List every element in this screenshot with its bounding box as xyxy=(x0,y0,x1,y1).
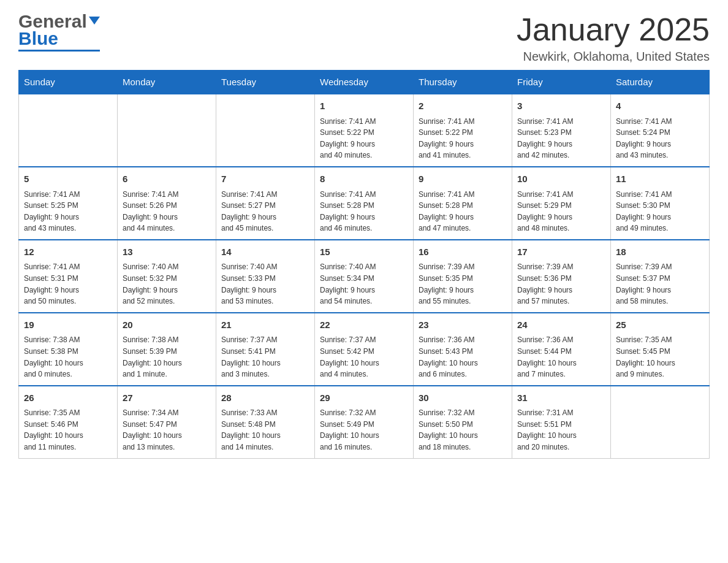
page-header: General Blue January 2025 Newkirk, Oklah… xyxy=(18,12,710,64)
day-info: Sunrise: 7:38 AM Sunset: 5:39 PM Dayligh… xyxy=(123,334,211,380)
day-info: Sunrise: 7:38 AM Sunset: 5:38 PM Dayligh… xyxy=(24,334,112,380)
table-row xyxy=(611,386,710,458)
day-number: 13 xyxy=(123,245,211,259)
day-info: Sunrise: 7:41 AM Sunset: 5:24 PM Dayligh… xyxy=(616,116,704,161)
day-number: 21 xyxy=(221,318,309,332)
day-info: Sunrise: 7:37 AM Sunset: 5:42 PM Dayligh… xyxy=(320,334,408,380)
day-number: 9 xyxy=(419,172,507,186)
table-row xyxy=(19,94,118,167)
day-number: 18 xyxy=(616,245,704,259)
table-row: 8Sunrise: 7:41 AM Sunset: 5:28 PM Daylig… xyxy=(315,167,414,240)
header-monday: Monday xyxy=(118,71,216,94)
day-info: Sunrise: 7:39 AM Sunset: 5:36 PM Dayligh… xyxy=(517,261,605,307)
logo-underline xyxy=(18,50,100,52)
table-row: 23Sunrise: 7:36 AM Sunset: 5:43 PM Dayli… xyxy=(414,313,512,386)
table-row: 13Sunrise: 7:40 AM Sunset: 5:32 PM Dayli… xyxy=(118,240,216,313)
day-number: 3 xyxy=(517,99,605,113)
day-number: 6 xyxy=(123,172,211,186)
table-row: 29Sunrise: 7:32 AM Sunset: 5:49 PM Dayli… xyxy=(315,386,414,458)
day-number: 30 xyxy=(419,391,507,405)
table-row: 14Sunrise: 7:40 AM Sunset: 5:33 PM Dayli… xyxy=(216,240,315,313)
table-row: 31Sunrise: 7:31 AM Sunset: 5:51 PM Dayli… xyxy=(512,386,611,458)
day-info: Sunrise: 7:36 AM Sunset: 5:43 PM Dayligh… xyxy=(419,334,507,380)
table-row: 22Sunrise: 7:37 AM Sunset: 5:42 PM Dayli… xyxy=(315,313,414,386)
table-row: 3Sunrise: 7:41 AM Sunset: 5:23 PM Daylig… xyxy=(512,94,611,167)
table-row: 5Sunrise: 7:41 AM Sunset: 5:25 PM Daylig… xyxy=(19,167,118,240)
day-number: 16 xyxy=(419,245,507,259)
day-info: Sunrise: 7:41 AM Sunset: 5:29 PM Dayligh… xyxy=(517,189,605,234)
day-number: 10 xyxy=(517,172,605,186)
day-number: 20 xyxy=(123,318,211,332)
day-info: Sunrise: 7:33 AM Sunset: 5:48 PM Dayligh… xyxy=(221,407,309,453)
day-number: 27 xyxy=(123,391,211,405)
day-number: 23 xyxy=(419,318,507,332)
table-row: 16Sunrise: 7:39 AM Sunset: 5:35 PM Dayli… xyxy=(414,240,512,313)
header-sunday: Sunday xyxy=(19,71,118,94)
calendar-header-row: Sunday Monday Tuesday Wednesday Thursday… xyxy=(19,71,710,94)
table-row: 1Sunrise: 7:41 AM Sunset: 5:22 PM Daylig… xyxy=(315,94,414,167)
day-info: Sunrise: 7:41 AM Sunset: 5:31 PM Dayligh… xyxy=(24,261,112,307)
day-number: 24 xyxy=(517,318,605,332)
calendar-week-row: 1Sunrise: 7:41 AM Sunset: 5:22 PM Daylig… xyxy=(19,94,710,167)
table-row: 15Sunrise: 7:40 AM Sunset: 5:34 PM Dayli… xyxy=(315,240,414,313)
calendar-week-row: 12Sunrise: 7:41 AM Sunset: 5:31 PM Dayli… xyxy=(19,240,710,313)
table-row xyxy=(118,94,216,167)
day-info: Sunrise: 7:41 AM Sunset: 5:23 PM Dayligh… xyxy=(517,116,605,161)
header-friday: Friday xyxy=(512,71,611,94)
day-number: 17 xyxy=(517,245,605,259)
day-number: 28 xyxy=(221,391,309,405)
day-number: 11 xyxy=(616,172,704,186)
table-row: 4Sunrise: 7:41 AM Sunset: 5:24 PM Daylig… xyxy=(611,94,710,167)
table-row xyxy=(216,94,315,167)
day-number: 1 xyxy=(320,99,408,113)
table-row: 27Sunrise: 7:34 AM Sunset: 5:47 PM Dayli… xyxy=(118,386,216,458)
table-row: 30Sunrise: 7:32 AM Sunset: 5:50 PM Dayli… xyxy=(414,386,512,458)
header-tuesday: Tuesday xyxy=(216,71,315,94)
day-info: Sunrise: 7:41 AM Sunset: 5:28 PM Dayligh… xyxy=(320,189,408,234)
table-row: 18Sunrise: 7:39 AM Sunset: 5:37 PM Dayli… xyxy=(611,240,710,313)
day-info: Sunrise: 7:40 AM Sunset: 5:32 PM Dayligh… xyxy=(123,261,211,307)
day-number: 22 xyxy=(320,318,408,332)
day-number: 31 xyxy=(517,391,605,405)
day-info: Sunrise: 7:39 AM Sunset: 5:37 PM Dayligh… xyxy=(616,261,704,307)
day-number: 4 xyxy=(616,99,704,113)
calendar-title: January 2025 xyxy=(517,12,710,47)
table-row: 21Sunrise: 7:37 AM Sunset: 5:41 PM Dayli… xyxy=(216,313,315,386)
header-saturday: Saturday xyxy=(611,71,710,94)
logo-blue-text: Blue xyxy=(18,29,58,48)
header-thursday: Thursday xyxy=(414,71,512,94)
calendar-subtitle: Newkirk, Oklahoma, United States xyxy=(517,50,710,64)
day-info: Sunrise: 7:35 AM Sunset: 5:46 PM Dayligh… xyxy=(24,407,112,453)
day-info: Sunrise: 7:41 AM Sunset: 5:22 PM Dayligh… xyxy=(419,116,507,161)
day-info: Sunrise: 7:34 AM Sunset: 5:47 PM Dayligh… xyxy=(123,407,211,453)
day-number: 29 xyxy=(320,391,408,405)
day-number: 15 xyxy=(320,245,408,259)
calendar-week-row: 5Sunrise: 7:41 AM Sunset: 5:25 PM Daylig… xyxy=(19,167,710,240)
table-row: 28Sunrise: 7:33 AM Sunset: 5:48 PM Dayli… xyxy=(216,386,315,458)
table-row: 24Sunrise: 7:36 AM Sunset: 5:44 PM Dayli… xyxy=(512,313,611,386)
logo: General Blue xyxy=(18,12,100,52)
day-info: Sunrise: 7:32 AM Sunset: 5:49 PM Dayligh… xyxy=(320,407,408,453)
day-number: 19 xyxy=(24,318,112,332)
calendar-week-row: 19Sunrise: 7:38 AM Sunset: 5:38 PM Dayli… xyxy=(19,313,710,386)
day-number: 8 xyxy=(320,172,408,186)
title-section: January 2025 Newkirk, Oklahoma, United S… xyxy=(517,12,710,64)
day-info: Sunrise: 7:37 AM Sunset: 5:41 PM Dayligh… xyxy=(221,334,309,380)
table-row: 10Sunrise: 7:41 AM Sunset: 5:29 PM Dayli… xyxy=(512,167,611,240)
day-info: Sunrise: 7:35 AM Sunset: 5:45 PM Dayligh… xyxy=(616,334,704,380)
table-row: 2Sunrise: 7:41 AM Sunset: 5:22 PM Daylig… xyxy=(414,94,512,167)
day-number: 2 xyxy=(419,99,507,113)
table-row: 9Sunrise: 7:41 AM Sunset: 5:28 PM Daylig… xyxy=(414,167,512,240)
day-info: Sunrise: 7:32 AM Sunset: 5:50 PM Dayligh… xyxy=(419,407,507,453)
day-info: Sunrise: 7:41 AM Sunset: 5:26 PM Dayligh… xyxy=(123,189,211,234)
day-info: Sunrise: 7:41 AM Sunset: 5:25 PM Dayligh… xyxy=(24,189,112,234)
calendar-table: Sunday Monday Tuesday Wednesday Thursday… xyxy=(18,70,710,458)
table-row: 17Sunrise: 7:39 AM Sunset: 5:36 PM Dayli… xyxy=(512,240,611,313)
day-info: Sunrise: 7:40 AM Sunset: 5:34 PM Dayligh… xyxy=(320,261,408,307)
table-row: 19Sunrise: 7:38 AM Sunset: 5:38 PM Dayli… xyxy=(19,313,118,386)
table-row: 7Sunrise: 7:41 AM Sunset: 5:27 PM Daylig… xyxy=(216,167,315,240)
table-row: 12Sunrise: 7:41 AM Sunset: 5:31 PM Dayli… xyxy=(19,240,118,313)
logo-row2: Blue xyxy=(18,29,58,48)
day-info: Sunrise: 7:39 AM Sunset: 5:35 PM Dayligh… xyxy=(419,261,507,307)
day-info: Sunrise: 7:41 AM Sunset: 5:28 PM Dayligh… xyxy=(419,189,507,234)
